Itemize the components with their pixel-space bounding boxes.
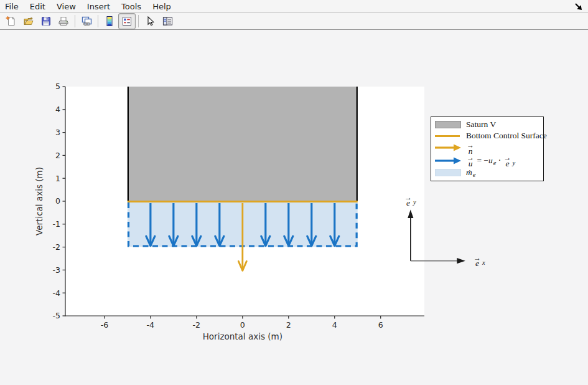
save-figure-button[interactable] <box>37 13 55 29</box>
axes-properties-button[interactable] <box>159 13 176 29</box>
x-tick-label: 2 <box>286 320 291 330</box>
legend-entry-normal-vector: →n <box>435 142 539 153</box>
legend-label: →u = −ue ⋅ →ey <box>466 154 515 166</box>
colormap-button[interactable] <box>101 13 118 29</box>
legend-entry-bottom-control-surface: Bottom Control Surface <box>435 131 539 141</box>
x-axis-label: Horizontal axis (m) <box>203 331 282 341</box>
new-figure-button[interactable] <box>2 13 20 29</box>
figure-window: File Edit View Insert Tools Help <box>0 0 588 385</box>
vector-symbol: →e <box>474 255 481 267</box>
figure-canvas[interactable]: 543210-1-2-3-4-5-6-4-20246Horizontal axi… <box>0 30 588 385</box>
vector-symbol: →e <box>404 194 412 206</box>
legend-swatch <box>435 143 461 152</box>
x-tick-label: 0 <box>240 320 245 330</box>
vector-symbol: →n <box>467 143 474 154</box>
y-tick-label: -3 <box>53 265 60 275</box>
y-tick-label: -5 <box>53 311 60 320</box>
ey-axis-vector-label: →ey <box>404 194 416 205</box>
math-text: y <box>413 199 416 206</box>
print-figure-button[interactable] <box>55 13 72 29</box>
copy-figure-button[interactable] <box>78 13 95 29</box>
y-tick-label: 1 <box>55 174 60 183</box>
y-axis-label: Vertical axis (m) <box>34 167 44 235</box>
ex-arrowhead <box>457 258 465 264</box>
x-tick-label: -6 <box>101 320 109 330</box>
colormap-icon <box>104 16 115 27</box>
toolbar-separator <box>75 15 75 27</box>
math-text: Saturn V <box>466 120 496 130</box>
plot-legend: Saturn VBottom Control Surface→n→u = −ue… <box>431 116 544 181</box>
math-text: y <box>512 159 515 166</box>
menu-bar: File Edit View Insert Tools Help <box>0 0 588 13</box>
math-text: e <box>493 159 497 166</box>
menu-edit[interactable]: Edit <box>24 0 51 12</box>
new-figure-icon <box>6 16 17 27</box>
legend-swatch <box>435 169 461 176</box>
open-file-button[interactable] <box>20 13 37 29</box>
vector-symbol: →e <box>503 155 511 166</box>
y-tick-label: -2 <box>53 242 60 252</box>
plot-svg: 543210-1-2-3-4-5-6-4-20246Horizontal axi… <box>0 30 588 385</box>
menu-insert[interactable]: Insert <box>82 0 116 12</box>
copy-figure-icon <box>81 16 93 27</box>
x-tick-label: 4 <box>332 320 337 330</box>
ex-axis-vector-label: →ex <box>473 255 485 266</box>
legend-entry-mass-flow-rate: ṁe <box>435 168 539 178</box>
y-tick-label: 0 <box>55 196 60 206</box>
vector-symbol: →u <box>467 155 474 166</box>
toolbar <box>0 13 588 30</box>
x-tick-label: -2 <box>193 320 200 330</box>
axes-properties-icon <box>162 16 174 27</box>
legend-label: Saturn V <box>466 120 496 130</box>
legend-toggle-icon <box>121 16 133 27</box>
menu-tools[interactable]: Tools <box>116 0 147 12</box>
y-tick-label: -1 <box>53 219 60 229</box>
x-tick-label: 6 <box>378 320 383 330</box>
math-text: ⋅ <box>496 155 503 166</box>
legend-swatch <box>435 121 461 128</box>
legend-label: ṁe <box>466 168 475 178</box>
legend-toggle-button[interactable] <box>118 13 136 29</box>
legend-swatch <box>435 156 461 165</box>
menu-help[interactable]: Help <box>147 0 177 12</box>
legend-entry-saturn-v: Saturn V <box>435 120 539 130</box>
math-text: x <box>482 259 485 266</box>
mouse-cursor <box>574 2 584 12</box>
y-tick-label: 3 <box>55 128 60 137</box>
math-text: = − <box>475 156 488 166</box>
pointer-select-icon <box>144 16 156 27</box>
x-tick-label: -4 <box>147 320 155 330</box>
pointer-select-button[interactable] <box>141 13 159 29</box>
legend-label: →n <box>466 142 475 153</box>
y-tick-label: 2 <box>55 151 60 160</box>
math-text: Bottom Control Surface <box>466 131 547 141</box>
menu-file[interactable]: File <box>0 0 24 12</box>
toolbar-separator <box>138 15 139 27</box>
save-figure-icon <box>40 16 52 27</box>
y-tick-label: -4 <box>53 288 61 298</box>
y-tick-label: 5 <box>55 82 60 91</box>
legend-entry-exhaust-velocity-vector: →u = −ue ⋅ →ey <box>435 154 539 166</box>
open-file-icon <box>23 16 34 27</box>
math-text: e <box>473 171 476 178</box>
legend-swatch <box>435 135 461 137</box>
saturn-v-body <box>128 87 358 201</box>
legend-label: Bottom Control Surface <box>466 131 547 141</box>
menu-view[interactable]: View <box>51 0 82 12</box>
toolbar-separator <box>98 15 98 27</box>
math-text: ṁ <box>466 168 472 178</box>
print-figure-icon <box>58 16 69 27</box>
math-text: u <box>488 156 493 166</box>
y-tick-label: 4 <box>55 105 60 114</box>
